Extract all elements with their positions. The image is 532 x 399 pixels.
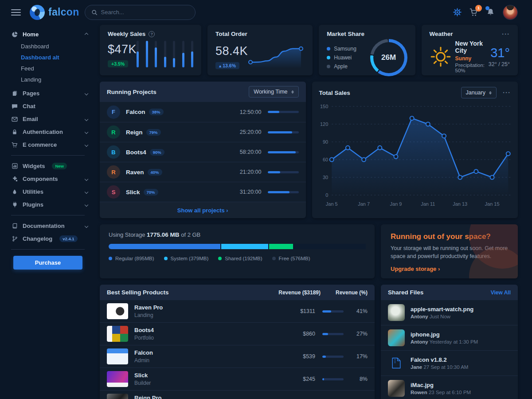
puzzle-icon xyxy=(11,176,18,182)
market-share-card: Market Share SamsungHuaweiApple 26M xyxy=(319,25,415,75)
settings-gear-icon[interactable] xyxy=(453,8,462,16)
market-share-donut-chart: 26M xyxy=(370,39,407,76)
sidebar-item-utilities[interactable]: Utilities xyxy=(0,185,96,198)
project-progress-bar xyxy=(268,131,299,133)
legend-item-huawei: Huawei xyxy=(327,53,356,62)
project-progress-fill xyxy=(268,151,296,153)
sort-arrows-icon xyxy=(489,90,492,96)
view-all-link[interactable]: View All xyxy=(491,289,511,296)
total-order-sparkline xyxy=(248,41,305,69)
sidebar-item-label: Changelog xyxy=(23,235,52,242)
product-category[interactable]: Landing xyxy=(134,312,163,318)
product-category[interactable]: Builder xyxy=(134,380,151,386)
sidebar-item-pages[interactable]: Pages xyxy=(0,87,96,100)
market-share-total: 26M xyxy=(370,39,407,76)
upgrade-storage-link[interactable]: Upgrade storage › xyxy=(391,266,440,272)
sidebar-item-components[interactable]: Components xyxy=(0,172,96,185)
project-name[interactable]: Slick xyxy=(126,189,140,196)
bar-track xyxy=(146,41,148,67)
product-row-boots4: Boots4Portfolio$86027% xyxy=(100,322,375,345)
sidebar-item-home[interactable]: Home xyxy=(0,28,96,41)
product-name[interactable]: Reign Pro xyxy=(134,395,161,399)
purchase-button[interactable]: Purchase xyxy=(13,256,82,270)
product-info: Reign ProAgency xyxy=(134,395,161,399)
sidebar-item-authentication[interactable]: Authentication xyxy=(0,125,96,138)
storage-legend: Regular (895MB)System (379MB)Shared (192… xyxy=(109,256,366,261)
file-name[interactable]: apple-smart-watch.png xyxy=(411,306,473,313)
product-category[interactable]: Portfolio xyxy=(134,335,154,341)
user-avatar[interactable] xyxy=(503,5,518,20)
lock-icon xyxy=(11,129,18,135)
sidebar-item-landing[interactable]: Landing xyxy=(0,74,96,85)
product-progress-fill xyxy=(322,378,324,380)
file-row-iphone-jpg[interactable]: iphone.jpgAntony Yesterday at 1:30 PM xyxy=(381,325,518,350)
total-order-value: 58.4K xyxy=(215,44,248,58)
sidebar-item-chat[interactable]: Chat xyxy=(0,100,96,113)
product-name[interactable]: Raven Pro xyxy=(134,304,163,311)
file-name[interactable]: iMac.jpg xyxy=(411,382,471,388)
sidebar-item-documentation[interactable]: Documentation xyxy=(0,219,96,232)
project-name[interactable]: Boots4 xyxy=(126,149,146,156)
project-name[interactable]: Falcon xyxy=(126,109,145,115)
file-name[interactable]: iphone.jpg xyxy=(411,331,478,338)
weather-city: New York City xyxy=(455,40,485,54)
product-revenue-pct: 8% xyxy=(350,376,368,382)
product-name[interactable]: Boots4 xyxy=(134,327,154,333)
file-name[interactable]: Falcon v1.8.2 xyxy=(411,356,468,363)
month-select[interactable]: January xyxy=(461,87,497,98)
chevron-down-icon xyxy=(85,190,88,193)
project-time: 25:20:00 xyxy=(240,129,262,135)
sidebar-item-label: Widgets xyxy=(23,163,45,169)
legend-label: System (379MB) xyxy=(171,256,209,261)
select-value: Working Time xyxy=(254,89,287,95)
sidebar-item-dashboard-alt[interactable]: Dashboard alt xyxy=(0,52,96,63)
card-menu-icon[interactable] xyxy=(503,91,511,94)
storage-legend-item: Regular (895MB) xyxy=(109,256,154,261)
chat-icon xyxy=(11,103,18,110)
product-category[interactable]: Admin xyxy=(134,357,153,364)
project-name[interactable]: Raven xyxy=(126,169,144,176)
project-row-right: 12:50:00 xyxy=(240,109,299,115)
sidebar-item-e-commerce[interactable]: E commerce xyxy=(0,138,96,151)
sidebar-item-widgets[interactable]: WidgetsNew xyxy=(0,160,96,172)
hamburger-menu-icon[interactable] xyxy=(11,9,21,16)
search-input[interactable] xyxy=(101,9,189,16)
sidebar-item-dashboard[interactable]: Dashboard xyxy=(0,41,96,52)
working-time-select[interactable]: Working Time xyxy=(249,86,298,98)
file-row-apple-smart-watch-png[interactable]: apple-smart-watch.pngAntony Just Now xyxy=(381,300,518,325)
cart-count-badge: 1 xyxy=(475,5,482,12)
cart-icon[interactable]: 1 xyxy=(469,8,478,17)
product-name[interactable]: Slick xyxy=(134,372,151,379)
file-info: iphone.jpgAntony Yesterday at 1:30 PM xyxy=(411,331,478,344)
product-name[interactable]: Falcon xyxy=(134,349,153,356)
product-thumbnail xyxy=(107,303,128,319)
sidebar-item-changelog[interactable]: Changelogv2.4.1 xyxy=(0,232,96,245)
svg-text:Jan 13: Jan 13 xyxy=(453,201,467,207)
brand-logo[interactable]: falcon xyxy=(30,5,79,20)
project-row-raven: RRaven40%21:20:00 xyxy=(100,162,306,182)
sidebar-item-feed[interactable]: Feed xyxy=(0,63,96,74)
project-name[interactable]: Reign xyxy=(126,129,143,136)
file-row-imac-jpg[interactable]: iMac.jpgRowen 23 Sep at 6:10 PM xyxy=(381,376,518,399)
weekly-sales-value: $47K xyxy=(108,43,137,56)
sidebar-nav: HomeDashboardDashboard altFeedLandingPag… xyxy=(0,28,96,245)
card-menu-icon[interactable] xyxy=(502,33,510,35)
sidebar-item-email[interactable]: Email xyxy=(0,113,96,125)
show-all-projects-link[interactable]: Show all projects › xyxy=(177,207,228,214)
sun-icon xyxy=(430,46,452,68)
notifications-bell-icon[interactable] xyxy=(486,8,495,16)
project-row-falcon: FFalcon38%12:50:00 xyxy=(100,102,306,122)
file-author: Jane xyxy=(411,364,422,370)
bar-track xyxy=(164,41,166,67)
file-row-falcon-v1-8-2[interactable]: Falcon v1.8.2Jane 27 Sep at 10:30 AM xyxy=(381,350,518,376)
help-icon[interactable] xyxy=(149,31,155,37)
chevron-down-icon xyxy=(85,224,88,227)
product-revenue: $245 xyxy=(284,376,315,382)
sidebar-item-plugins[interactable]: Plugins xyxy=(0,198,96,211)
weather-title: Weather xyxy=(430,31,453,37)
product-progress-bar xyxy=(322,378,344,380)
project-avatar: B xyxy=(107,145,120,159)
project-progress-fill xyxy=(268,171,280,173)
search-box[interactable] xyxy=(85,5,196,20)
product-revenue: $539 xyxy=(284,353,315,360)
